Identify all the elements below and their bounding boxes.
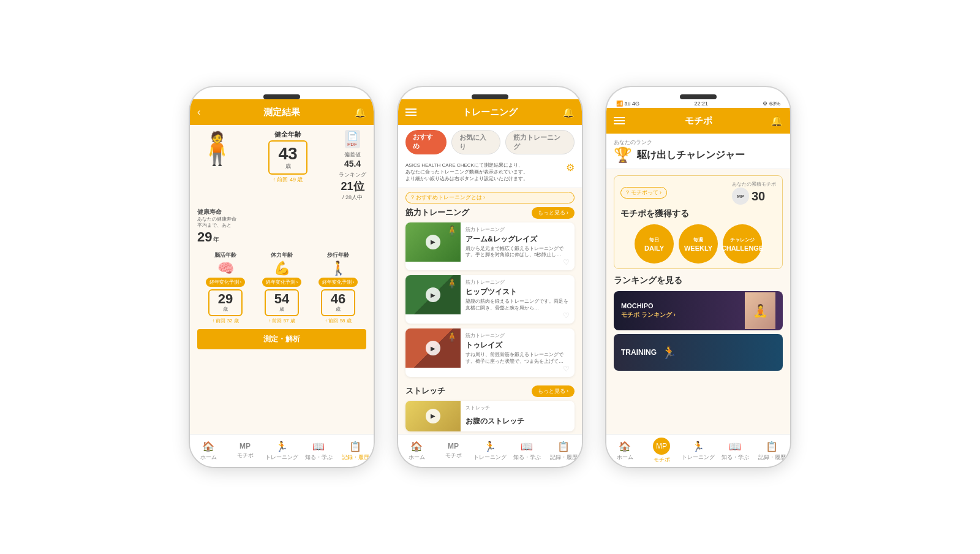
stretch-cat-1: ストレッチ bbox=[466, 404, 570, 411]
video-title-1[interactable]: アーム&レッグレイズ bbox=[466, 234, 570, 245]
weekly-button[interactable]: 毎週 WEEKLY bbox=[679, 224, 718, 264]
nav-record-label-3: 記録・履歴 bbox=[758, 453, 786, 461]
nav-home-3[interactable]: 🏠 ホーム bbox=[606, 434, 643, 467]
tabs-row: おすすめ お気に入り 筋力トレーニング bbox=[398, 125, 582, 157]
nav-home-2[interactable]: 🏠 ホーム bbox=[398, 434, 435, 467]
nav-record-1[interactable]: 📋 記録・履歴 bbox=[337, 434, 374, 467]
info-row: ASICS HEALTH CARE CHECKにて測定結果により、あなたに合った… bbox=[398, 157, 582, 188]
strength-more-btn[interactable]: もっと見る › bbox=[532, 207, 575, 219]
measure-button[interactable]: 測定・解析 bbox=[197, 329, 366, 349]
training-icon-3: 🏃 bbox=[692, 441, 704, 452]
strength-age-badge[interactable]: 経年変化予測 › bbox=[262, 278, 302, 287]
deviation-label: 偏差値 bbox=[344, 151, 361, 159]
phone-2: トレーニング 🔔 おすすめ お気に入り 筋力トレーニング ASICS HEALT… bbox=[398, 87, 582, 467]
health-age-prev: ↑ 前回 49 歳 bbox=[273, 176, 303, 184]
video-info-1: 筋力トレーニング アーム&レッグレイズ 肩から足元まで幅広く鍛えるトレーニングで… bbox=[466, 222, 575, 271]
stretch-header: ストレッチ もっと見る › bbox=[405, 385, 575, 397]
heart-icon-3[interactable]: ♡ bbox=[466, 365, 570, 373]
nav-training-2[interactable]: 🏃 トレーニング bbox=[472, 434, 508, 467]
mp-label: あなたの累積モチポ bbox=[732, 181, 776, 188]
training-banner[interactable]: TRAINING 🏃 bbox=[614, 334, 783, 371]
nav-home-label-1: ホーム bbox=[200, 453, 217, 461]
nav-mp-2[interactable]: MP モチポ bbox=[435, 434, 472, 467]
nav-home-1[interactable]: 🏠 ホーム bbox=[190, 434, 227, 467]
nav-training-3[interactable]: 🏃 トレーニング bbox=[680, 434, 717, 467]
video-title-2[interactable]: ヒップツイスト bbox=[466, 287, 570, 297]
settings-icon-2[interactable]: ⚙ bbox=[566, 162, 575, 173]
mochipo-ranking-banner[interactable]: MOCHIPO モチポ ランキング › 🧘 bbox=[614, 291, 783, 330]
stretch-play-1[interactable]: ▶ bbox=[426, 409, 440, 423]
tab-recommend[interactable]: おすすめ bbox=[405, 130, 447, 154]
play-btn-3[interactable]: ▶ bbox=[426, 341, 440, 355]
play-btn-2[interactable]: ▶ bbox=[426, 287, 440, 302]
play-btn-1[interactable]: ▶ bbox=[426, 235, 440, 249]
body-icon-thumb-3: 🧍 bbox=[446, 331, 458, 343]
thumb-3: ▶ 🧍 bbox=[405, 328, 461, 368]
circle-challenge: チャレンジ CHALLENGE bbox=[723, 224, 762, 264]
nav-record-3[interactable]: 📋 記録・履歴 bbox=[753, 434, 790, 467]
nav-mp-3[interactable]: MP モチポ bbox=[643, 434, 680, 467]
mochipo-tag[interactable]: ? モチポって › bbox=[620, 187, 667, 199]
circle-weekly: 毎週 WEEKLY bbox=[679, 224, 718, 264]
nav-learn-label-1: 知る・学ぶ bbox=[305, 453, 333, 461]
mp-icon-2: MP bbox=[448, 442, 459, 450]
brain-age-label: 脳活年齢 bbox=[214, 251, 236, 259]
phone-2-header: トレーニング 🔔 bbox=[398, 99, 582, 125]
challenge-button[interactable]: チャレンジ CHALLENGE bbox=[723, 224, 762, 264]
phone-3-content: あなたのランク 🏆 駆け出しチャレンジャー ? モチポって › あなたの累積モチ… bbox=[606, 134, 790, 434]
battery-status: ⚙ 63% bbox=[763, 101, 780, 107]
brain-icon: 🧠 bbox=[217, 260, 234, 276]
nav-learn-2[interactable]: 📖 知る・学ぶ bbox=[508, 434, 545, 467]
pdf-icon[interactable]: 📄 PDF bbox=[345, 130, 360, 148]
video-title-3[interactable]: トゥレイズ bbox=[466, 340, 570, 351]
bell-icon-2[interactable]: 🔔 bbox=[562, 107, 575, 118]
nav-mp-label-3: モチポ bbox=[654, 456, 670, 464]
ranking-section-title: ランキングを見る bbox=[614, 275, 783, 286]
thumb-1: ▶ 🧍 bbox=[405, 222, 461, 262]
nav-learn-1[interactable]: 📖 知る・学ぶ bbox=[300, 434, 337, 467]
status-bar-3: 📶 au 4G 22:21 ⚙ 63% bbox=[606, 99, 790, 108]
phone-1: ‹ 測定結果 🔔 🧍 健全年齢 43 歳 ↑ 前回 49 歳 bbox=[190, 87, 374, 467]
home-icon-2: 🏠 bbox=[410, 441, 423, 452]
walk-age-badge[interactable]: 経年変化予測 › bbox=[318, 278, 358, 287]
nav-learn-3[interactable]: 📖 知る・学ぶ bbox=[717, 434, 753, 467]
brain-age-value: 29 bbox=[218, 292, 233, 306]
strength-title: 筋力トレーニング bbox=[405, 207, 469, 218]
bell-icon-3[interactable]: 🔔 bbox=[771, 115, 783, 127]
hamburger-icon-2[interactable] bbox=[405, 108, 417, 116]
stretch-more-btn[interactable]: もっと見る › bbox=[532, 385, 575, 397]
stretch-section: ストレッチ もっと見る › ▶ ストレッチ お腹のストレッチ bbox=[398, 385, 582, 434]
nav-mp-1[interactable]: MP モチポ bbox=[227, 434, 263, 467]
tab-favorites[interactable]: お気に入り bbox=[451, 130, 500, 154]
lifespan-desc1: あなたの健康寿命 bbox=[197, 216, 366, 222]
back-icon[interactable]: ‹ bbox=[197, 107, 200, 118]
walk-icon: 🚶 bbox=[330, 260, 347, 276]
bell-icon-1[interactable]: 🔔 bbox=[354, 107, 366, 118]
brain-age-badge[interactable]: 経年変化予測 › bbox=[206, 278, 246, 287]
phone-3-bottom-nav: 🏠 ホーム MP モチポ 🏃 トレーニング 📖 知る・学ぶ 📋 記録・履歴 bbox=[606, 434, 790, 467]
nav-record-2[interactable]: 📋 記録・履歴 bbox=[545, 434, 582, 467]
nav-home-label-2: ホーム bbox=[409, 453, 425, 461]
right-col: 📄 PDF 偏差値 45.4 ランキング 21位 / 28人中 bbox=[339, 130, 366, 202]
nav-learn-label-3: 知る・学ぶ bbox=[722, 453, 749, 461]
training-icon-2: 🏃 bbox=[484, 441, 496, 452]
s1-top-row: 🧍 健全年齢 43 歳 ↑ 前回 49 歳 📄 PDF bbox=[197, 130, 366, 202]
heart-icon-1[interactable]: ♡ bbox=[466, 258, 570, 267]
daily-button[interactable]: 毎日 DAILY bbox=[635, 224, 674, 264]
health-age-label: 健全年齢 bbox=[274, 130, 301, 139]
recommend-tag[interactable]: ? おすすめトレーニングとは › bbox=[405, 192, 575, 203]
phone-3-title: モチポ bbox=[685, 115, 712, 127]
hamburger-icon-3[interactable] bbox=[614, 117, 625, 124]
heart-icon-2[interactable]: ♡ bbox=[466, 311, 570, 320]
phone-2-speaker bbox=[472, 94, 508, 99]
lifespan-unit: 年 bbox=[213, 235, 219, 244]
tab-strength[interactable]: 筋力トレーニング bbox=[505, 130, 575, 154]
walk-age-box: 46 歳 bbox=[321, 289, 355, 316]
stretch-title-1[interactable]: お腹のストレッチ bbox=[466, 416, 570, 427]
health-age-value: 43 bbox=[278, 145, 297, 162]
brain-age-box: 29 歳 bbox=[208, 289, 243, 316]
weekly-label: WEEKLY bbox=[684, 245, 712, 252]
nav-training-1[interactable]: 🏃 トレーニング bbox=[263, 434, 300, 467]
nav-mp-label-2: モチポ bbox=[445, 452, 462, 460]
s3-body: ? モチポって › あなたの累積モチポ MP 30 モチポを獲得する bbox=[606, 169, 790, 434]
